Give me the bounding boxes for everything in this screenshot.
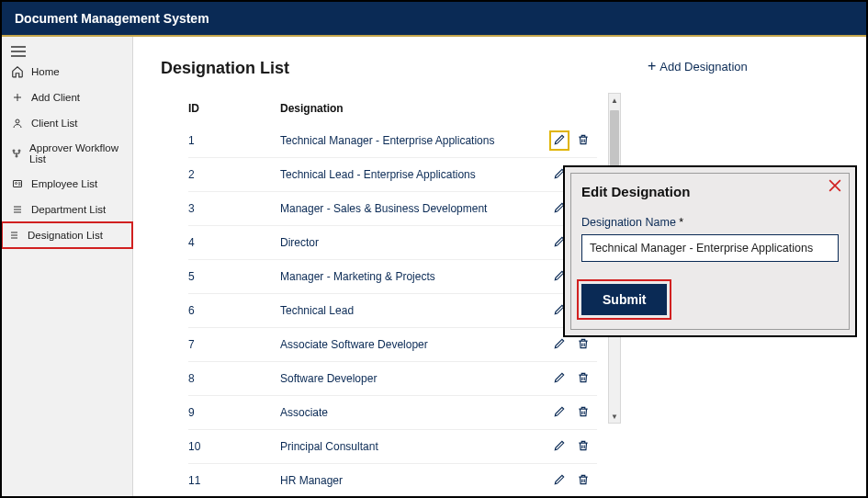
cell-designation: Associate Software Developer [280, 338, 542, 351]
svg-point-5 [16, 183, 17, 185]
column-header-id: ID [188, 102, 280, 115]
field-label: Designation Name * [581, 216, 839, 229]
trash-icon [577, 133, 590, 149]
table-row: 9Associate [188, 396, 597, 430]
designation-name-field[interactable] [581, 234, 839, 262]
table-body: 1Technical Manager - Enterprise Applicat… [188, 124, 597, 498]
pencil-icon [553, 337, 566, 353]
cell-designation: Director [280, 236, 542, 249]
cell-designation: Software Developer [280, 372, 542, 385]
cell-designation: Manager - Marketing & Projects [280, 270, 542, 283]
table-row: 2Technical Lead - Enterprise Application… [188, 158, 597, 192]
sidebar-item-label: Department List [31, 204, 106, 215]
hamburger-button[interactable] [2, 40, 132, 59]
cell-id: 4 [188, 236, 280, 249]
home-icon [11, 65, 24, 78]
app-title: Document Management System [15, 11, 209, 26]
table-row: 7Associate Software Developer [188, 328, 597, 362]
person-icon [11, 117, 24, 130]
svg-rect-4 [14, 181, 22, 187]
cell-designation: HR Manager [280, 474, 542, 487]
cell-id: 1 [188, 134, 280, 147]
cell-id: 3 [188, 202, 280, 215]
pencil-icon [553, 371, 566, 387]
sidebar: Home Add Client Client List Approver Wor… [2, 37, 133, 496]
list-icon [11, 203, 24, 216]
sidebar-item-employee-list[interactable]: Employee List [2, 171, 132, 197]
close-icon [826, 176, 844, 195]
table-row: 11HR Manager [188, 464, 597, 498]
scroll-down-arrow-icon[interactable]: ▼ [609, 410, 620, 423]
table-row: 6Technical Lead [188, 294, 597, 328]
column-header-designation: Designation [280, 102, 542, 115]
sidebar-item-label: Home [31, 66, 60, 77]
app-body: Home Add Client Client List Approver Wor… [2, 37, 866, 496]
trash-icon [577, 439, 590, 455]
sidebar-item-label: Approver Workflow List [29, 142, 123, 164]
list-icon [7, 229, 20, 242]
delete-button[interactable] [575, 404, 592, 421]
sidebar-item-department-list[interactable]: Department List [2, 197, 132, 222]
trash-icon [577, 337, 590, 353]
svg-point-0 [16, 119, 19, 123]
trash-icon [577, 473, 590, 489]
delete-button[interactable] [575, 336, 592, 353]
pencil-icon [553, 439, 566, 455]
pencil-icon [553, 405, 566, 421]
submit-button[interactable]: Submit [581, 284, 667, 315]
edit-button[interactable] [551, 472, 568, 489]
cell-id: 7 [188, 338, 280, 351]
sidebar-item-label: Add Client [31, 92, 80, 103]
cell-id: 10 [188, 440, 280, 453]
pencil-icon [553, 133, 566, 149]
sidebar-item-approver-workflow[interactable]: Approver Workflow List [2, 136, 132, 171]
cell-id: 8 [188, 372, 280, 385]
pencil-icon [553, 473, 566, 489]
cell-id: 5 [188, 270, 280, 283]
sidebar-item-add-client[interactable]: Add Client [2, 85, 132, 110]
workflow-icon [11, 147, 22, 160]
cell-designation: Technical Manager - Enterprise Applicati… [280, 134, 542, 147]
add-designation-label: Add Designation [659, 60, 747, 74]
designation-table: ID Designation 1Technical Manager - Ente… [188, 93, 597, 498]
table-header: ID Designation [188, 93, 597, 124]
cell-designation: Technical Lead - Enterprise Applications [280, 168, 542, 181]
table-row: 5Manager - Marketing & Projects [188, 260, 597, 294]
delete-button[interactable] [575, 370, 592, 387]
svg-point-2 [18, 150, 20, 152]
sidebar-item-label: Designation List [28, 230, 103, 241]
svg-point-3 [16, 155, 17, 157]
sidebar-item-client-list[interactable]: Client List [2, 110, 132, 136]
cell-designation: Technical Lead [280, 304, 542, 317]
edit-button[interactable] [551, 336, 568, 353]
table-row: 8Software Developer [188, 362, 597, 396]
trash-icon [577, 371, 590, 387]
edit-designation-modal: Edit Designation Designation Name * Subm… [563, 165, 857, 337]
delete-button[interactable] [575, 472, 592, 489]
table-row: 1Technical Manager - Enterprise Applicat… [188, 124, 597, 158]
close-button[interactable] [826, 176, 844, 195]
edit-button[interactable] [551, 404, 568, 421]
delete-button[interactable] [575, 438, 592, 455]
sidebar-item-label: Employee List [31, 178, 97, 189]
app-frame: Document Management System Home Add Clie… [0, 0, 868, 498]
sidebar-item-designation-list[interactable]: Designation List [2, 222, 132, 248]
main-content: Designation List + Add Designation ID De… [133, 37, 866, 496]
app-header: Document Management System [2, 2, 866, 37]
sidebar-item-home[interactable]: Home [2, 59, 132, 85]
trash-icon [577, 405, 590, 421]
add-designation-button[interactable]: + Add Designation [648, 59, 748, 74]
delete-button[interactable] [575, 132, 592, 149]
cell-designation: Associate [280, 406, 542, 419]
cell-designation: Principal Consultant [280, 440, 542, 453]
edit-button[interactable] [551, 438, 568, 455]
cell-id: 2 [188, 168, 280, 181]
scroll-up-arrow-icon[interactable]: ▲ [609, 94, 620, 107]
table-row: 3Manager - Sales & Business Development [188, 192, 597, 226]
table-row: 4Director [188, 226, 597, 260]
cell-designation: Manager - Sales & Business Development [280, 202, 542, 215]
id-card-icon [11, 177, 24, 190]
plus-icon [11, 91, 24, 104]
edit-button[interactable] [551, 370, 568, 387]
edit-button[interactable] [551, 132, 568, 149]
